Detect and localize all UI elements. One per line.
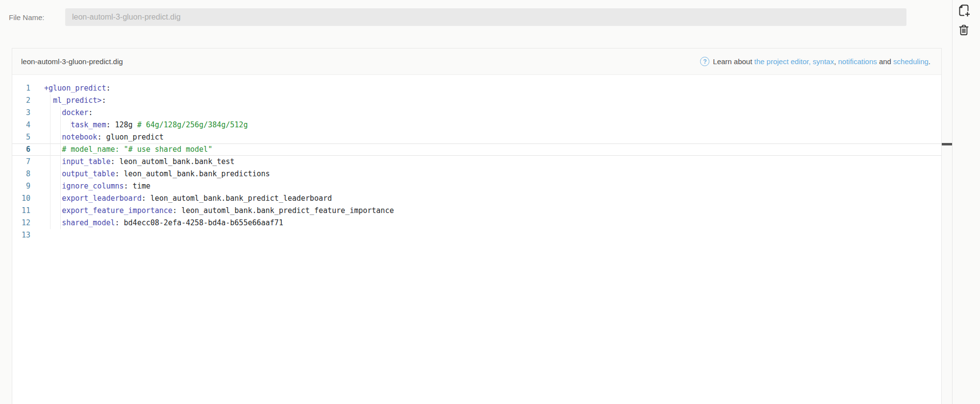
indent-guide <box>60 131 61 143</box>
indent-guide <box>60 192 61 205</box>
code-line-text: +gluon_predict: <box>44 82 110 95</box>
line-number: 7 <box>12 156 32 168</box>
help-text-segment: Learn about <box>713 57 754 66</box>
help-text-segment: and <box>877 57 893 66</box>
indent-guide <box>50 217 50 229</box>
code-line-text: docker: <box>44 107 93 119</box>
code-lines: 1+gluon_predict:2 ml_predict>:3 docker:4… <box>12 82 941 241</box>
new-file-icon <box>957 3 971 17</box>
help-text-segment: . <box>929 57 930 66</box>
trash-icon <box>957 23 971 37</box>
help-sentence: Learn about the project editor, syntax, … <box>713 57 930 66</box>
code-line[interactable]: 11 export_feature_importance: leon_autom… <box>12 205 941 217</box>
indent-guide <box>50 143 50 156</box>
indent-guide <box>60 180 61 192</box>
indent-guide <box>50 119 50 131</box>
editor-panel-header: leon-automl-3-gluon-predict.dig ? Learn … <box>12 48 941 75</box>
code-line-text: input_table: leon_automl_bank.bank_test <box>44 156 234 168</box>
indent-guide <box>50 131 50 143</box>
code-line-text: task_mem: 128g # 64g/128g/256g/384g/512g <box>44 119 248 131</box>
line-number: 5 <box>12 131 32 143</box>
code-line[interactable]: 2 ml_predict>: <box>12 95 941 107</box>
line-number: 13 <box>12 229 32 241</box>
help-link[interactable]: syntax <box>813 57 834 66</box>
code-line[interactable]: 10 export_leaderboard: leon_automl_bank.… <box>12 192 941 205</box>
indent-guide <box>60 119 61 131</box>
code-line[interactable]: 6 # model_name: "# use shared model" <box>12 143 941 156</box>
help-circle-icon: ? <box>700 57 709 66</box>
new-file-button[interactable] <box>955 2 972 19</box>
code-line-text: output_table: leon_automl_bank.bank_pred… <box>44 168 270 180</box>
code-line-text: export_leaderboard: leon_automl_bank.ban… <box>44 192 332 205</box>
help-area: ? Learn about the project editor, syntax… <box>700 57 930 66</box>
code-line[interactable]: 3 docker: <box>12 107 941 119</box>
code-line-text: ml_predict>: <box>44 95 106 107</box>
help-link[interactable]: notifications <box>838 57 877 66</box>
code-line[interactable]: 13 <box>12 229 941 241</box>
code-editor[interactable]: 1+gluon_predict:2 ml_predict>:3 docker:4… <box>12 75 941 241</box>
code-line-text: export_feature_importance: leon_automl_b… <box>44 205 394 217</box>
code-line-text: shared_model: bd4ecc08-2efa-4258-bd4a-b6… <box>44 217 283 229</box>
line-number: 9 <box>12 180 32 192</box>
delete-file-button[interactable] <box>955 22 972 38</box>
open-file-title: leon-automl-3-gluon-predict.dig <box>21 57 123 66</box>
indent-guide <box>60 168 61 180</box>
indent-guide <box>50 95 50 107</box>
indent-guide <box>50 180 50 192</box>
editor-panel: leon-automl-3-gluon-predict.dig ? Learn … <box>12 48 942 404</box>
line-number: 6 <box>12 143 32 156</box>
indent-guide <box>50 192 50 205</box>
indent-guide <box>60 143 61 156</box>
indent-guide <box>50 168 50 180</box>
indent-guide <box>60 156 61 168</box>
rail-divider <box>952 0 953 404</box>
indent-guide <box>60 107 61 119</box>
code-line[interactable]: 8 output_table: leon_automl_bank.bank_pr… <box>12 168 941 180</box>
active-line-scroll-marker <box>942 143 952 145</box>
code-line-text: # model_name: "# use shared model" <box>44 143 212 156</box>
code-line[interactable]: 4 task_mem: 128g # 64g/128g/256g/384g/51… <box>12 119 941 131</box>
indent-guide <box>71 119 71 131</box>
line-number: 12 <box>12 217 32 229</box>
code-line[interactable]: 9 ignore_columns: time <box>12 180 941 192</box>
indent-guide <box>50 205 50 217</box>
line-number: 2 <box>12 95 32 107</box>
line-number: 10 <box>12 192 32 205</box>
indent-guide <box>50 107 50 119</box>
code-line[interactable]: 12 shared_model: bd4ecc08-2efa-4258-bd4a… <box>12 217 941 229</box>
file-name-label: File Name: <box>9 13 45 22</box>
indent-guide <box>60 217 61 229</box>
help-link[interactable]: the project editor, <box>754 57 811 66</box>
file-name-input[interactable] <box>65 8 906 26</box>
indent-guide <box>60 205 61 217</box>
line-number: 11 <box>12 205 32 217</box>
code-line[interactable]: 1+gluon_predict: <box>12 82 941 95</box>
code-line[interactable]: 5 notebook: gluon_predict <box>12 131 941 143</box>
line-number: 8 <box>12 168 32 180</box>
code-line[interactable]: 7 input_table: leon_automl_bank.bank_tes… <box>12 156 941 168</box>
code-line-text: notebook: gluon_predict <box>44 131 164 143</box>
line-number: 3 <box>12 107 32 119</box>
help-link[interactable]: scheduling <box>893 57 929 66</box>
line-number: 4 <box>12 119 32 131</box>
indent-guide <box>50 156 50 168</box>
help-text-segment: , <box>834 57 838 66</box>
line-number: 1 <box>12 82 32 95</box>
